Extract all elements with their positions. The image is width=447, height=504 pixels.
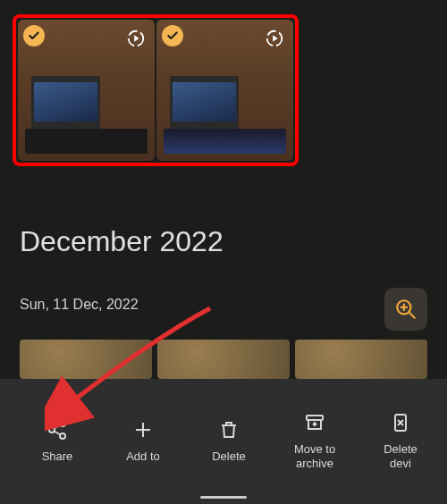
photo-thumbnail-small[interactable] xyxy=(295,340,427,379)
motion-photo-icon xyxy=(265,29,284,48)
selected-photos-group xyxy=(13,14,299,166)
date-thumbnails-row xyxy=(20,340,427,379)
svg-rect-13 xyxy=(307,416,323,420)
add-to-button[interactable]: Add to xyxy=(100,419,186,464)
archive-button[interactable]: Move to archive xyxy=(272,412,358,472)
share-button[interactable]: Share xyxy=(14,419,100,464)
action-label: Delete devi xyxy=(384,442,417,472)
delete-button[interactable]: Delete xyxy=(186,419,272,464)
action-label: Delete xyxy=(212,449,246,464)
action-label: Move to archive xyxy=(294,442,335,472)
action-label: Share xyxy=(42,449,73,464)
svg-point-7 xyxy=(49,427,55,433)
action-label: Add to xyxy=(126,449,160,464)
photo-thumbnail-small[interactable] xyxy=(20,340,152,379)
zoom-in-button[interactable] xyxy=(384,288,427,331)
svg-point-6 xyxy=(60,421,65,426)
plus-icon xyxy=(132,419,154,441)
photo-thumbnail-small[interactable] xyxy=(157,340,290,379)
svg-point-8 xyxy=(60,433,65,439)
photo-thumbnail[interactable] xyxy=(156,20,293,161)
delete-from-device-button[interactable]: Delete devi xyxy=(358,412,443,472)
share-icon xyxy=(46,419,68,441)
svg-line-9 xyxy=(55,424,61,428)
delete-device-icon xyxy=(390,412,411,433)
photo-thumbnail[interactable] xyxy=(18,20,155,161)
check-icon xyxy=(162,25,183,46)
archive-icon xyxy=(304,412,325,433)
drag-handle[interactable] xyxy=(200,496,247,499)
zoom-in-icon xyxy=(394,298,417,321)
month-title: December 2022 xyxy=(20,225,224,258)
trash-icon xyxy=(218,419,240,441)
motion-photo-icon xyxy=(126,29,146,48)
date-label: Sun, 11 Dec, 2022 xyxy=(20,297,139,313)
svg-line-3 xyxy=(409,312,415,318)
action-bar: Share Add to Delete Move to archive Dele… xyxy=(0,379,447,504)
svg-line-10 xyxy=(55,431,61,434)
check-icon xyxy=(23,25,45,46)
